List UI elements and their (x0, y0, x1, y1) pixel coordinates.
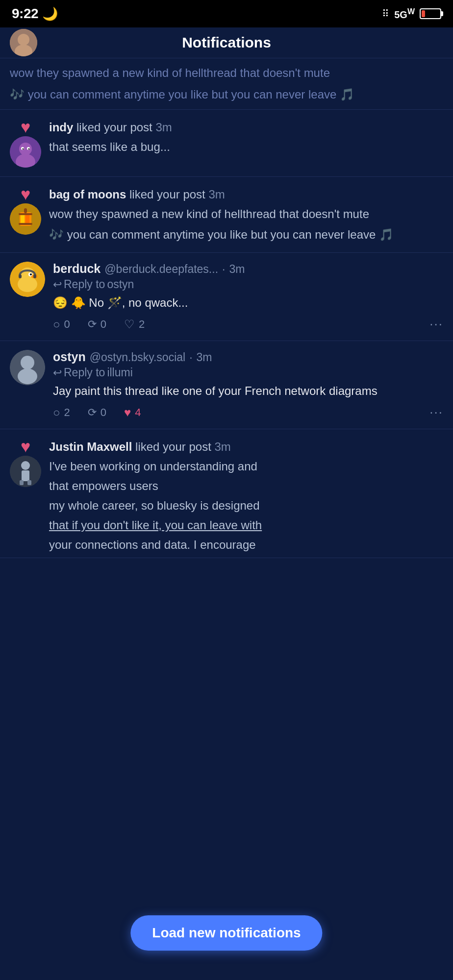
svg-point-9 (28, 148, 30, 150)
svg-rect-14 (19, 213, 32, 215)
notification-item-like1[interactable]: ♥ indy l (0, 110, 453, 177)
partial-top-item: wow they spawned a new kind of hellthrea… (0, 58, 453, 110)
notif-username-indy: indy (49, 121, 73, 134)
heart-icon2: ♥ (21, 186, 30, 202)
repost-action-ostyn[interactable]: ⟳ 0 (88, 406, 106, 419)
comment-action-berduck[interactable]: ○ 0 (53, 318, 70, 331)
more-button-ostyn[interactable]: ··· (429, 405, 443, 420)
comment-action-ostyn[interactable]: ○ 2 (53, 406, 70, 419)
notif-preview-indy: that seems like a bug... (49, 138, 443, 156)
notif-preview-justin5: your connections and data. I encourage (49, 536, 443, 554)
notif-timestamp-indy: 3m (155, 121, 172, 134)
repost-action-berduck[interactable]: ⟳ 0 (88, 318, 106, 331)
svg-rect-16 (24, 208, 27, 213)
notif-content-justin: Justin Maxwell liked your post 3m I've b… (49, 438, 443, 554)
post-handle-berduck: @berduck.deepfates... (104, 263, 218, 276)
post-header-berduck: berduck @berduck.deepfates... · 3m (53, 262, 443, 276)
like-action-berduck[interactable]: ♡ 2 (124, 318, 145, 331)
notif-avatar-justin[interactable] (10, 456, 41, 487)
notif-preview-justin3: my whole career, so bluesky is designed (49, 497, 443, 514)
svg-point-26 (21, 356, 34, 369)
page-title: Notifications (182, 34, 271, 51)
like-icon-berduck: ♡ (124, 318, 135, 331)
svg-rect-31 (20, 480, 24, 485)
notif-preview-justin2: that empowers users (49, 477, 443, 495)
notif-content-indy: indy liked your post 3m that seems like … (49, 119, 443, 156)
avatar-image (10, 29, 37, 56)
svg-point-4 (19, 143, 32, 155)
status-bar: 9:22 🌙 ⠿ 5GW (0, 0, 453, 27)
reply-arrow-icon: ↩ (53, 278, 62, 291)
notif-content-moons: bag of moons liked your post 3m wow they… (49, 186, 443, 244)
notification-item-like2[interactable]: ♥ bag of moons (0, 177, 453, 253)
notif-avatar-indy[interactable] (10, 136, 41, 168)
reply-to-user-berduck: ostyn (107, 278, 134, 291)
page-header: Notifications (0, 27, 453, 58)
repost-count-ostyn: 0 (101, 406, 106, 419)
svg-rect-30 (22, 470, 29, 481)
repost-icon: ⟳ (88, 318, 97, 331)
load-notifications-button[interactable]: Load new notifications (130, 915, 322, 951)
svg-rect-24 (33, 274, 36, 278)
battery-fill (422, 10, 425, 17)
post-body-ostyn: Jay paint this thread like one of your F… (53, 382, 443, 400)
repost-icon2: ⟳ (88, 406, 97, 419)
reply-to-user-ostyn: illumi (107, 366, 132, 379)
svg-point-22 (30, 273, 32, 275)
moon-icon: 🌙 (42, 6, 58, 22)
heart-icon3: ♥ (21, 438, 30, 455)
notif-timestamp-justin: 3m (214, 440, 230, 453)
user-avatar[interactable] (10, 29, 37, 56)
like-heart-wrapper: ♥ (10, 119, 41, 168)
notif-text-indy: indy liked your post 3m (49, 119, 443, 136)
post-time-ostyn: 3m (197, 351, 212, 364)
svg-rect-23 (19, 274, 22, 278)
partial-line1: wow they spawned a new kind of hellthrea… (10, 64, 443, 82)
svg-point-27 (18, 368, 37, 384)
like-count-berduck: 2 (139, 318, 145, 331)
notif-avatar-ostyn[interactable] (10, 350, 45, 385)
notif-username-justin: Justin Maxwell (49, 440, 132, 453)
notif-timestamp-moons: 3m (208, 188, 225, 201)
status-time: 9:22 (12, 6, 38, 22)
notification-item-ostyn[interactable]: ostyn @ostyn.bsky.social · 3m ↩ Reply to… (0, 341, 453, 429)
post-content-berduck: berduck @berduck.deepfates... · 3m ↩ Rep… (53, 262, 443, 332)
comment-count-ostyn: 2 (64, 406, 70, 419)
post-reply-berduck: ↩ Reply to ostyn (53, 278, 443, 291)
svg-point-1 (18, 34, 29, 46)
notif-username-moons: bag of moons (49, 188, 126, 201)
notif-preview-justin1: I've been working on understanding and (49, 458, 443, 475)
notif-preview-moons2: 🎶 you can comment anytime you like but y… (49, 226, 443, 244)
partial-line2: 🎶 you can comment anytime you like but y… (10, 86, 443, 103)
post-actions-ostyn: ○ 2 ⟳ 0 ♥ 4 ··· (53, 405, 443, 420)
notification-list: ♥ indy l (0, 110, 453, 558)
post-actions-berduck: ○ 0 ⟳ 0 ♡ 2 ··· (53, 317, 443, 332)
svg-point-8 (23, 148, 24, 150)
notification-item-berduck[interactable]: berduck @berduck.deepfates... · 3m ↩ Rep… (0, 253, 453, 341)
notif-avatar-moons[interactable] (10, 203, 41, 235)
heart-icon: ♥ (21, 119, 30, 135)
svg-point-29 (21, 461, 30, 470)
post-body-berduck: 😔 🐥 No 🪄, no qwack... (53, 294, 443, 312)
like-heart-wrapper2: ♥ (10, 186, 41, 235)
repost-count-berduck: 0 (101, 318, 106, 331)
svg-rect-15 (19, 223, 32, 225)
like-action-ostyn[interactable]: ♥ 4 (124, 406, 141, 419)
notification-item-like3[interactable]: ♥ Justin Maxwell liked your post (0, 429, 453, 558)
load-btn-wrapper: Load new notifications (130, 915, 322, 951)
notif-preview-moons1: wow they spawned a new kind of hellthrea… (49, 205, 443, 223)
battery-icon (420, 8, 441, 19)
comment-icon: ○ (53, 318, 60, 331)
post-content-ostyn: ostyn @ostyn.bsky.social · 3m ↩ Reply to… (53, 350, 443, 420)
signal-dots-icon: ⠿ (382, 8, 389, 20)
post-reply-ostyn: ↩ Reply to illumi (53, 366, 443, 379)
notif-avatar-berduck[interactable] (10, 262, 45, 297)
post-handle-ostyn: @ostyn.bsky.social (90, 351, 186, 364)
more-button-berduck[interactable]: ··· (429, 317, 443, 332)
comment-count-berduck: 0 (64, 318, 70, 331)
like-count-ostyn: 4 (135, 406, 141, 419)
network-label: 5GW (394, 7, 415, 21)
liked-icon-ostyn: ♥ (124, 406, 131, 419)
post-username-berduck: berduck (53, 262, 101, 276)
comment-icon2: ○ (53, 406, 60, 419)
